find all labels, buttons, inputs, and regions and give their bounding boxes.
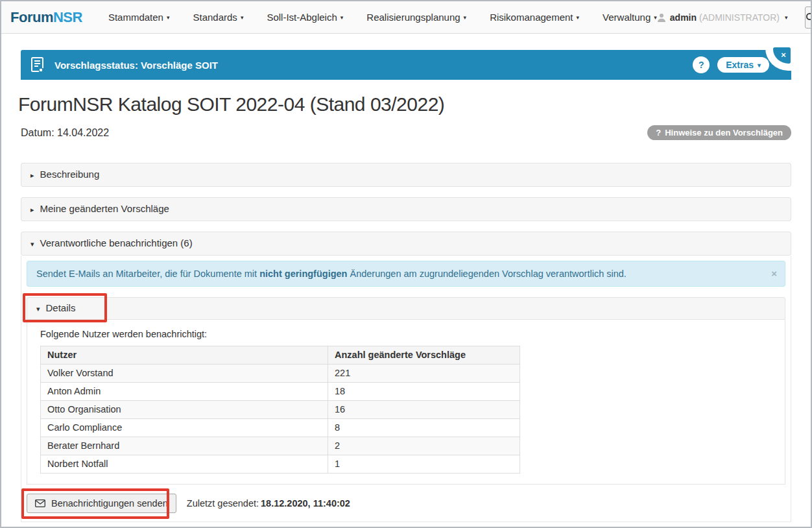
menu-standards[interactable]: Standards▾: [193, 12, 243, 23]
send-row: Benachrichtigungen senden Zuletzt gesend…: [27, 494, 785, 513]
alert-text: Änderungen am zugrundeliegenden Vorschla…: [347, 269, 626, 279]
hints-badge-label: Hinweise zu den Vorschlägen: [665, 128, 783, 138]
notify-intro-text: Folgende Nutzer werden benachrichtigt:: [40, 329, 772, 339]
menu-realisierungsplanung[interactable]: Realisierungsplanung▾: [366, 12, 466, 23]
close-tab: ×: [765, 43, 794, 71]
table-header-row: Nutzer Anzahl geänderte Vorschläge: [41, 346, 520, 365]
send-button-label: Benachrichtigungen senden: [51, 498, 168, 509]
close-button[interactable]: ×: [773, 47, 791, 64]
page-content: Vorschlagsstatus: Vorschläge SOIT ? Extr…: [1, 50, 811, 522]
accordion-label: Beschreibung: [40, 169, 100, 180]
logo-part-forum: Forum: [10, 9, 53, 25]
alert-close-icon[interactable]: ×: [771, 268, 777, 280]
menu-label: Stammdaten: [108, 12, 163, 23]
last-sent-value: 18.12.2020, 11:40:02: [261, 498, 350, 509]
table-row: Norbert Notfall1: [41, 455, 520, 474]
meta-row: Datum: 14.04.2022 ?Hinweise zu den Vorsc…: [21, 125, 791, 140]
user-count-cell: 1: [328, 455, 520, 474]
user-count-cell: 221: [328, 365, 520, 383]
user-name-cell: Volker Vorstand: [41, 365, 328, 383]
menu-soll-ist-abgleich[interactable]: Soll-Ist-Abgleich▾: [267, 12, 343, 23]
search-icon: [806, 12, 812, 23]
user-name-cell: Norbert Notfall: [41, 455, 328, 474]
users-table: Nutzer Anzahl geänderte Vorschläge Volke…: [40, 346, 520, 474]
menu-label: Standards: [193, 12, 237, 23]
accordion-verantwortliche-body: Sendet E-Mails an Mitarbeiter, die für D…: [21, 256, 791, 522]
help-icon: ?: [699, 60, 704, 70]
user-name-cell: Otto Organisation: [41, 401, 328, 419]
logo-part-nsr: NSR: [53, 9, 82, 25]
column-header-anzahl: Anzahl geänderte Vorschläge: [328, 346, 520, 365]
user-icon: [657, 13, 666, 22]
user-count-cell: 16: [328, 401, 520, 419]
send-notifications-button[interactable]: Benachrichtigungen senden: [27, 494, 176, 513]
user-count-cell: 18: [328, 383, 520, 401]
main-menu: Stammdaten▾ Standards▾ Soll-Ist-Abgleich…: [108, 12, 657, 23]
caret-down-icon: ▾: [785, 14, 788, 21]
caret-down-icon: ▾: [464, 14, 467, 21]
extras-button[interactable]: Extras ▾: [717, 57, 769, 73]
menu-verwaltung[interactable]: Verwaltung▾: [603, 12, 657, 23]
table-row: Volker Vorstand221: [41, 365, 520, 383]
user-role: (ADMINISTRATOR): [699, 12, 780, 23]
caret-down-icon: ▾: [758, 62, 761, 69]
user-name: admin: [670, 12, 697, 23]
caret-down-icon: ▾: [167, 14, 170, 21]
caret-right-icon: ▸: [30, 204, 34, 215]
search-button[interactable]: [805, 6, 812, 29]
user-menu[interactable]: admin (ADMINISTRATOR) ▾: [657, 12, 788, 23]
user-name-cell: Berater Bernhard: [41, 437, 328, 455]
caret-down-icon: ▾: [577, 14, 580, 21]
info-alert: Sendet E-Mails an Mitarbeiter, die für D…: [27, 261, 785, 287]
accordion-verantwortliche[interactable]: ▾Verantwortliche benachrichtigen (6): [21, 232, 791, 256]
last-sent-label: Zuletzt gesendet:: [187, 498, 259, 509]
document-icon: [31, 57, 44, 73]
close-icon: ×: [781, 50, 786, 60]
extras-label: Extras: [726, 60, 754, 70]
menu-stammdaten[interactable]: Stammdaten▾: [108, 12, 170, 23]
help-button[interactable]: ?: [693, 56, 710, 73]
table-row: Berater Bernhard2: [41, 437, 520, 455]
user-count-cell: 8: [328, 419, 520, 437]
details-label: Details: [46, 302, 76, 313]
menu-risikomanagement[interactable]: Risikomanagement▾: [490, 12, 579, 23]
details-body: Folgende Nutzer werden benachrichtigt: N…: [27, 320, 785, 485]
table-row: Anton Admin18: [41, 383, 520, 401]
details-toggle[interactable]: ▾Details: [27, 297, 785, 320]
accordion-label: Meine geänderten Vorschläge: [40, 203, 169, 214]
portlet-header: Vorschlagsstatus: Vorschläge SOIT ? Extr…: [21, 50, 791, 80]
menu-label: Verwaltung: [603, 12, 651, 23]
user-name-cell: Carlo Compliance: [41, 419, 328, 437]
user-count-cell: 2: [328, 437, 520, 455]
accordion-label: Verantwortliche benachrichtigen (6): [40, 237, 193, 248]
details-panel: ▾Details Folgende Nutzer werden benachri…: [27, 297, 785, 485]
hints-badge[interactable]: ?Hinweise zu den Vorschlägen: [647, 125, 791, 140]
caret-right-icon: ▸: [30, 169, 34, 181]
date-text: Datum: 14.04.2022: [21, 127, 109, 139]
page-title: ForumNSR Katalog SOIT 2022-04 (Stand 03/…: [18, 93, 791, 115]
accordion-meine-vorschlaege[interactable]: ▸Meine geänderten Vorschläge: [21, 197, 791, 221]
caret-down-icon: ▾: [30, 238, 34, 250]
accordion-beschreibung[interactable]: ▸Beschreibung: [21, 163, 791, 187]
caret-down-icon: ▾: [241, 14, 244, 21]
menu-label: Risikomanagement: [490, 12, 573, 23]
table-row: Otto Organisation16: [41, 401, 520, 419]
menu-label: Realisierungsplanung: [366, 12, 460, 23]
column-header-nutzer: Nutzer: [41, 346, 328, 365]
table-row: Carlo Compliance8: [41, 419, 520, 437]
caret-down-icon: ▾: [340, 14, 344, 21]
last-sent-text: Zuletzt gesendet:18.12.2020, 11:40:02: [187, 498, 350, 509]
user-name-cell: Anton Admin: [41, 383, 328, 401]
caret-down-icon: ▾: [36, 303, 40, 315]
help-icon: ?: [656, 128, 661, 138]
top-navigation-bar: ForumNSR Stammdaten▾ Standards▾ Soll-Ist…: [1, 1, 811, 34]
app-window: ForumNSR Stammdaten▾ Standards▾ Soll-Ist…: [0, 0, 812, 528]
portlet-title: Vorschlagsstatus: Vorschläge SOIT: [54, 60, 218, 71]
envelope-icon: [35, 499, 45, 507]
menu-label: Soll-Ist-Abgleich: [267, 12, 337, 23]
alert-text-bold: nicht geringfügigen: [259, 269, 347, 279]
alert-text: Sendet E-Mails an Mitarbeiter, die für D…: [36, 269, 259, 279]
app-logo[interactable]: ForumNSR: [10, 9, 82, 26]
